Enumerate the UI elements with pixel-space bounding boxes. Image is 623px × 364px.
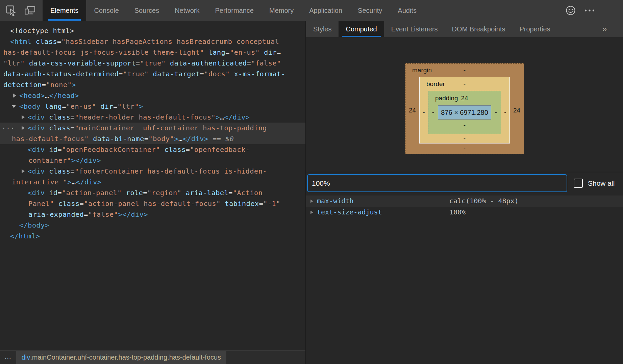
expand-arrow-icon[interactable] [22,126,25,130]
tab-sources[interactable]: Sources [127,0,167,21]
tab-performance[interactable]: Performance [207,0,262,21]
border-label: border [426,77,445,91]
margin-label: margin [412,63,432,77]
code-token: class [36,37,57,46]
expand-arrow-icon[interactable] [310,200,313,203]
dom-tree-node[interactable]: <!doctype html> [0,25,305,36]
box-model-border[interactable]: border - - padding 24 - [419,77,510,144]
tabs-overflow-icon[interactable]: » [602,21,623,37]
padding-label: padding [435,91,458,105]
dom-tree-node[interactable]: data-auth-status-determined="true" data-… [0,69,305,79]
show-all-checkbox[interactable] [574,179,583,188]
margin-right-value[interactable]: 24 [510,77,524,144]
expand-arrow-icon[interactable] [13,94,16,98]
dom-tree-node[interactable]: has-default-focus js-focus-visible theme… [0,47,305,58]
feedback-smiley-icon[interactable] [566,5,576,16]
dom-tree-node[interactable]: container"></div> [0,155,305,166]
box-model-padding[interactable]: padding 24 - 876 × 6971.280 - - [428,91,501,134]
dom-tree-node[interactable]: has-default-focus" data-bi-name="body">…… [0,133,305,144]
code-token: "Action [233,189,263,197]
padding-right-value[interactable]: - [491,105,501,120]
code-token: "none" [46,81,72,89]
dom-tree-node[interactable]: <head>…</head> [0,90,305,101]
border-right-value[interactable]: - [501,91,509,134]
code-token: = [277,48,281,56]
dom-tree-node[interactable]: <div id="openFeedbackContainer" class="o… [0,144,305,155]
code-token: > [72,81,76,89]
box-model-content[interactable]: 876 × 6971.280 [438,105,491,120]
dom-tree-node[interactable]: "ltr" data-css-variable-support="true" d… [0,58,305,69]
tab-audits[interactable]: Audits [390,0,424,21]
dom-tree-node[interactable]: aria-expanded="false"></div> [0,209,305,220]
computed-property-row[interactable]: text-size-adjust100% [306,207,623,218]
padding-bottom-value[interactable]: - [464,122,466,129]
expand-arrow-icon[interactable] [22,115,25,119]
code-token: <div [28,189,49,197]
code-token: = [259,200,264,208]
expand-arrow-icon[interactable] [310,211,313,214]
border-left-value[interactable]: - [420,91,428,134]
margin-left-value[interactable]: 24 [405,77,419,144]
collapse-arrow-icon[interactable] [12,105,16,108]
code-token: lang [208,48,226,56]
tab-properties[interactable]: Properties [512,21,557,37]
dom-tree-node[interactable]: <div class="footerContainer has-default-… [0,166,305,177]
breadcrumb-item[interactable]: div.mainContainer.uhf-container.has-top-… [16,351,226,364]
dom-tree-node[interactable]: Panel" class="action-panel has-default-f… [0,198,305,209]
padding-left-value[interactable]: - [428,105,438,120]
padding-top-value[interactable]: 24 [461,95,468,102]
tab-dom-breakpoints[interactable]: DOM Breakpoints [445,21,513,37]
show-all-label[interactable]: Show all [588,174,615,193]
tab-computed[interactable]: Computed [339,21,384,37]
tab-network[interactable]: Network [167,0,207,21]
code-token: == $0 [208,135,234,143]
border-bottom-value[interactable]: - [464,134,466,141]
dom-tree-node[interactable]: <div class="header-holder has-default-fo… [0,112,305,123]
code-token: "en-us" [230,48,260,56]
code-token: = [119,70,123,78]
box-model-margin[interactable]: margin - 24 border - - [405,63,524,154]
dom-tree-node[interactable]: <html class="hasSidebar hasPageActions h… [0,36,305,47]
dom-tree-node[interactable]: </body> [0,220,305,231]
dom-tree-node[interactable]: ···<div class="mainContainer uhf-contain… [0,123,305,133]
expand-arrow-icon[interactable] [22,169,25,173]
more-options-icon[interactable] [584,5,595,16]
code-token: "true" [140,59,166,67]
code-token: "openFeedbackContainer" [62,146,160,154]
code-token [166,59,170,67]
margin-top-value[interactable]: - [464,67,466,74]
main-toolbar-tabs: ElementsConsoleSourcesNetworkPerformance… [43,0,424,21]
dom-tree-node[interactable]: </html> [0,231,305,241]
inspect-icon[interactable] [5,5,17,16]
tab-application[interactable]: Application [301,0,350,21]
tab-memory[interactable]: Memory [261,0,301,21]
code-token: dir [96,102,114,110]
code-token [204,48,208,56]
dom-tree-node[interactable]: interactive ">…</div> [0,177,305,187]
filter-row: Show all [306,174,623,194]
dom-tree-node[interactable]: <div id="action-panel" role="region" ari… [0,187,305,198]
code-token: … [178,135,183,143]
breadcrumb-overflow-dots[interactable]: ... [0,351,16,364]
tab-security[interactable]: Security [350,0,390,21]
dom-tree-node[interactable]: <body lang="en-us" dir="ltr"> [0,101,305,112]
node-overflow-dots[interactable]: ··· [2,123,15,133]
code-token: class [49,167,70,175]
border-top-value[interactable]: - [464,80,466,87]
code-token: = [70,113,75,121]
tab-elements[interactable]: Elements [43,0,86,21]
code-token: "header-holder has-default-focus" [75,113,216,121]
code-token: = [58,189,62,197]
margin-bottom-value[interactable]: - [464,144,466,151]
device-toolbar-icon[interactable] [24,5,36,16]
tab-event-listeners[interactable]: Event Listeners [384,21,445,37]
dom-tree-node[interactable]: detection="none"> [0,79,305,90]
code-token: = [57,37,61,46]
tab-console[interactable]: Console [86,0,126,21]
code-token: <div [28,146,49,154]
code-token: </html> [10,232,40,240]
filter-input[interactable] [307,174,567,192]
code-token: > [67,178,72,186]
computed-property-row[interactable]: max-widthcalc(100% - 48px) [306,196,623,207]
tab-styles[interactable]: Styles [306,21,339,37]
